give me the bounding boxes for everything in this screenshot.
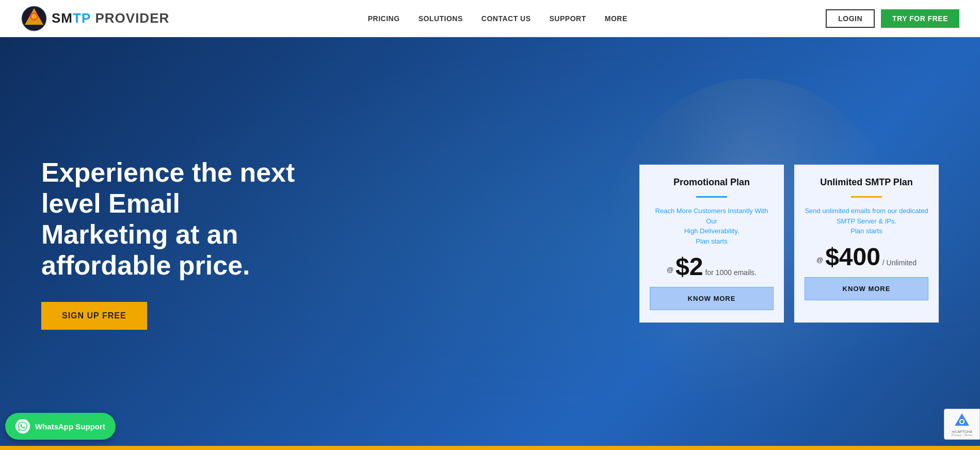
whatsapp-icon xyxy=(15,419,30,433)
nav-item-solutions[interactable]: SOLUTIONS xyxy=(419,14,463,23)
hero-section: Experience the next level Email Marketin… xyxy=(0,37,980,450)
navbar: SMTP PROVIDER PRICING SOLUTIONS CONTACT … xyxy=(0,0,980,37)
hero-content: Experience the next level Email Marketin… xyxy=(0,157,980,329)
signup-button[interactable]: SIGN UP FREE xyxy=(41,302,147,330)
unlimited-know-more-button[interactable]: KNOW MORE xyxy=(805,277,928,300)
hero-right: Promotional Plan Reach More Customers In… xyxy=(639,165,939,323)
recaptcha-badge: reCAPTCHA Privacy - Terms xyxy=(944,409,980,440)
promotional-plan-card: Promotional Plan Reach More Customers In… xyxy=(639,165,784,323)
svg-point-3 xyxy=(31,14,37,19)
promotional-plan-title: Promotional Plan xyxy=(673,177,750,188)
whatsapp-support-button[interactable]: WhatsApp Support xyxy=(5,413,116,440)
unlimited-plan-price: @ $400 / Unlimited xyxy=(816,243,917,271)
whatsapp-label: WhatsApp Support xyxy=(35,422,105,431)
logo-text: SMTP PROVIDER xyxy=(52,10,169,26)
unlimited-plan-desc: Send unlimited emails from our dedicated… xyxy=(805,206,928,236)
try-free-button[interactable]: TRY FOR FREE xyxy=(881,9,959,28)
login-button[interactable]: LOGIN xyxy=(826,9,875,28)
logo-icon xyxy=(21,5,47,32)
nav-item-contact[interactable]: CONTACT US xyxy=(481,14,531,23)
nav-links: PRICING SOLUTIONS CONTACT US SUPPORT MOR… xyxy=(368,14,628,23)
unlimited-plan-card: Unlimited SMTP Plan Send unlimited email… xyxy=(794,165,939,323)
unlimited-plan-divider xyxy=(851,196,882,198)
unlimited-plan-title: Unlimited SMTP Plan xyxy=(820,177,913,188)
nav-item-support[interactable]: SUPPORT xyxy=(550,14,586,23)
hero-headline: Experience the next level Email Marketin… xyxy=(41,157,310,281)
nav-item-pricing[interactable]: PRICING xyxy=(368,14,400,23)
promotional-know-more-button[interactable]: KNOW MORE xyxy=(650,287,774,310)
hero-left: Experience the next level Email Marketin… xyxy=(41,157,310,329)
promotional-plan-desc: Reach More Customers Instantly With Our … xyxy=(650,206,774,246)
promotional-plan-price: @ $2 for 1000 emails. xyxy=(667,252,757,281)
promotional-plan-divider xyxy=(696,196,727,198)
logo[interactable]: SMTP PROVIDER xyxy=(21,5,169,32)
nav-actions: LOGIN TRY FOR FREE xyxy=(826,9,959,28)
bottom-bar xyxy=(0,446,980,450)
nav-item-more[interactable]: MORE xyxy=(605,14,628,23)
